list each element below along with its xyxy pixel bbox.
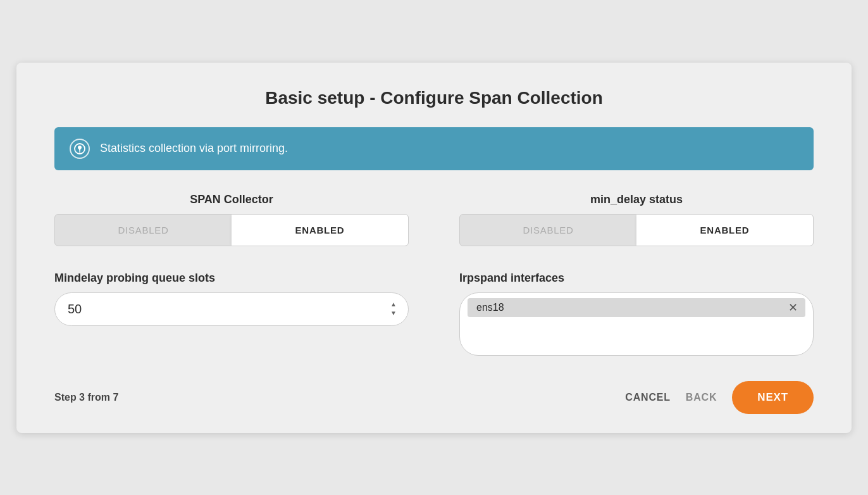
irpspand-tag-input[interactable]: ens18 ✕ [459, 292, 814, 356]
min-delay-label: min_delay status [459, 193, 814, 206]
min-delay-enabled-btn[interactable]: ENABLED [636, 215, 813, 246]
min-delay-toggle: DISABLED ENABLED [459, 214, 814, 246]
tag-item: ens18 ✕ [468, 298, 805, 317]
step-info: Step 3 from 7 [54, 392, 118, 403]
back-button[interactable]: BACK [686, 392, 717, 403]
min-delay-disabled-btn[interactable]: DISABLED [460, 215, 636, 246]
info-banner-text: Statistics collection via port mirroring… [100, 142, 288, 155]
span-collector-disabled-btn[interactable]: DISABLED [55, 215, 232, 246]
spinner-up-btn[interactable]: ▲ [387, 300, 400, 309]
info-banner: Statistics collection via port mirroring… [54, 127, 814, 170]
dialog-title: Basic setup - Configure Span Collection [54, 88, 814, 108]
configure-span-dialog: Basic setup - Configure Span Collection … [16, 63, 852, 433]
cancel-button[interactable]: CANCEL [625, 392, 670, 403]
mindelay-slots-input-container: ▲ ▼ [54, 292, 409, 326]
min-delay-section: min_delay status DISABLED ENABLED [459, 193, 814, 246]
span-collector-enabled-btn[interactable]: ENABLED [232, 215, 408, 246]
dialog-footer: Step 3 from 7 CANCEL BACK NEXT [54, 381, 814, 414]
spinner-down-btn[interactable]: ▼ [387, 309, 400, 318]
svg-rect-1 [79, 151, 80, 153]
spinner-buttons: ▲ ▼ [387, 300, 400, 318]
form-grid: SPAN Collector DISABLED ENABLED min_dela… [54, 193, 814, 356]
mindelay-slots-section: Mindelay probing queue slots ▲ ▼ [54, 272, 409, 356]
tag-value: ens18 [476, 302, 782, 313]
info-icon [70, 139, 90, 159]
footer-actions: CANCEL BACK NEXT [625, 381, 814, 414]
mindelay-slots-input[interactable] [68, 296, 387, 323]
tag-remove-btn[interactable]: ✕ [787, 302, 799, 313]
span-collector-toggle: DISABLED ENABLED [54, 214, 409, 246]
span-collector-label: SPAN Collector [54, 193, 409, 206]
irpspand-interfaces-section: Irpspand interfaces ens18 ✕ [459, 272, 814, 356]
mindelay-slots-label: Mindelay probing queue slots [54, 272, 409, 285]
next-button[interactable]: NEXT [732, 381, 814, 414]
irpspand-interfaces-label: Irpspand interfaces [459, 272, 814, 285]
span-collector-section: SPAN Collector DISABLED ENABLED [54, 193, 409, 246]
